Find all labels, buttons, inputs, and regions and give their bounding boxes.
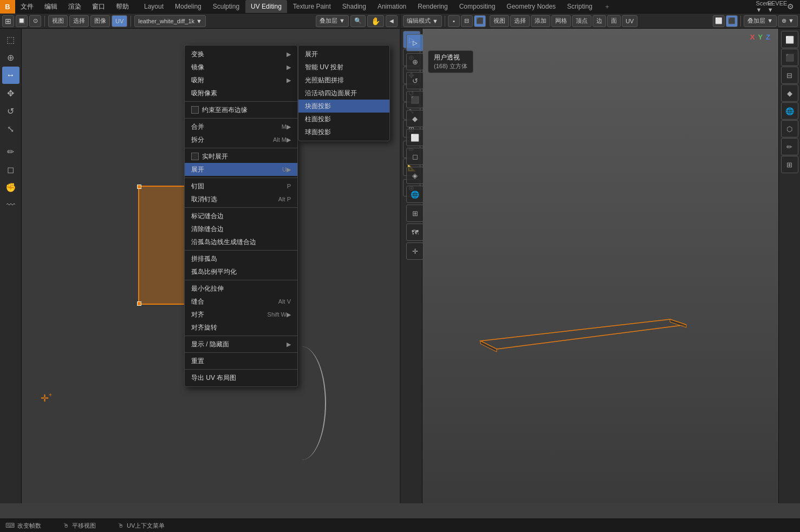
menu-merge[interactable]: 合并 M▶ [185,120,297,133]
select-menu[interactable]: 选择 [69,15,89,27]
vpr-btn6[interactable]: ⬡ [781,120,798,137]
menu-snap[interactable]: 吸附 ▶ [185,74,297,87]
vpr-btn5[interactable]: 🌐 [781,102,798,120]
vp-mode-selector[interactable]: 编辑模式 ▼ [403,15,442,27]
vp-overlay-btn[interactable]: 叠加层 ▼ [744,15,777,27]
menu-stitch[interactable]: 缝合 Alt V [185,295,297,308]
tab-uv-editing[interactable]: UV Editing [245,0,287,13]
annotate-tool[interactable]: ✏ [2,143,19,160]
tab-scripting[interactable]: Scripting [562,0,598,13]
tab-rendering[interactable]: Rendering [412,0,453,13]
uv-mode-selector[interactable]: ⊞ [2,15,14,27]
tab-compositing[interactable]: Compositing [454,0,501,13]
vp-edge-select[interactable]: ⊟ [461,15,473,27]
vp-nav-zoom-in[interactable]: ⊞ [406,205,424,222]
vp-nav-rotate[interactable]: ↺ [406,72,424,89]
menu-clear-seam[interactable]: 清除缝合边 [185,222,297,235]
vp-add-menu[interactable]: 添加 [531,15,550,27]
collapse-btn[interactable]: ◀ [386,15,398,27]
render-engine[interactable]: EEVEE ▼ [772,1,783,12]
menu-constrain[interactable]: 约束至画布边缘 [185,103,297,116]
constrain-checkbox[interactable] [191,106,199,114]
vp-nav-isometric[interactable]: ◈ [406,167,424,184]
vp-view-menu[interactable]: 视图 [490,15,509,27]
submenu-unwrap[interactable]: 展开 [298,48,389,61]
uv-proportional-btn[interactable]: ⊙ [29,15,41,27]
vp-gizmo-btn[interactable]: ⊕ ▼ [778,15,798,27]
vp-nav-center[interactable]: ⊕ [406,53,424,70]
menu-live-unwrap[interactable]: 实时展开 [185,150,297,163]
vp-nav-top[interactable]: ◻ [406,148,424,165]
texture-selector[interactable]: leather_white_diff_1k ▼ [134,15,206,27]
vp-vertex-menu[interactable]: 顶点 [572,15,591,27]
submenu-lightmap[interactable]: 光照贴图拼排 [298,74,389,87]
vp-nav-fly[interactable]: ✛ [406,242,424,260]
vpr-btn7[interactable]: ✏ [781,138,798,155]
scale-tool[interactable]: ⤡ [2,120,19,137]
vp-vertex-select[interactable]: • [448,15,460,27]
grab-tool[interactable]: ✥ [2,84,19,102]
vp-nav-zoom-out[interactable]: 🗺 [406,224,424,241]
vp-uv-menu[interactable]: UV [622,15,638,27]
vpr-btn1[interactable]: ⬜ [781,31,798,48]
menu-align-rotate[interactable]: 对齐旋转 [185,321,297,334]
menu-export-uv[interactable]: 导出 UV 布局图 [185,371,297,384]
menu-reset[interactable]: 重置 [185,354,297,367]
live-unwrap-checkbox[interactable] [191,153,199,160]
select-box-tool[interactable]: ⬚ [2,31,19,48]
sample-color-tool[interactable]: ◻ [2,161,19,178]
view-menu[interactable]: 视图 [48,15,68,27]
tab-animation[interactable]: Animation [372,0,412,13]
menu-split[interactable]: 拆分 Alt M▶ [185,133,297,146]
tab-modeling[interactable]: Modeling [170,0,207,13]
vp-wireframe-btn[interactable]: ⬜ [713,15,725,27]
vp-face-select[interactable]: ⬛ [474,15,486,27]
menu-snap-pixels[interactable]: 吸附像素 [185,87,297,100]
uv-menu[interactable]: UV [112,15,127,27]
menu-window[interactable]: 窗口 [87,0,110,13]
menu-seam-from-island[interactable]: 沿孤岛边线生成缝合边 [185,235,297,248]
vp-nav-extra[interactable]: 🌐 [406,186,424,203]
zoom-btn[interactable]: 🔍 [350,15,366,27]
submenu-cylinder[interactable]: 柱面投影 [298,113,389,126]
cursor-tool[interactable]: ⊕ [2,49,19,66]
vp-nav-persp[interactable]: ▷ [406,34,424,51]
settings-icon[interactable]: ⚙ [785,1,796,12]
tab-add[interactable]: ＋ [599,0,616,13]
vp-select-menu[interactable]: 选择 [510,15,530,27]
menu-help[interactable]: 帮助 [110,0,134,13]
vp-solid-btn[interactable]: ⬛ [726,15,738,27]
smooth-tool[interactable]: 〰 [2,196,19,214]
submenu-project-from-view[interactable]: 块面投影 [298,100,389,113]
vp-nav-side[interactable]: ⬜ [406,129,424,146]
vp-edge-menu[interactable]: 边 [593,15,606,27]
uv-snap-btn[interactable]: 🔲 [16,15,28,27]
pinch-tool[interactable]: ✊ [2,179,19,196]
menu-unpin[interactable]: 取消钉选 Alt P [185,193,297,206]
menu-align[interactable]: 对齐 Shift W▶ [185,308,297,321]
tab-layout[interactable]: Layout [139,0,169,13]
menu-file[interactable]: 文件 [15,0,39,13]
overlay-btn[interactable]: 叠加层 ▼ [316,15,349,27]
vp-face-menu[interactable]: 面 [607,15,621,27]
transform-tool[interactable]: ↔ [2,67,19,84]
submenu-smart-uv[interactable]: 智能 UV 投射 [298,61,389,74]
menu-show-hide[interactable]: 显示 / 隐藏面 ▶ [185,338,297,351]
uv-handle-tl[interactable] [137,185,141,189]
drag-btn[interactable]: ✋ [367,15,384,27]
tab-geometry-nodes[interactable]: Geometry Nodes [501,0,561,13]
menu-pin[interactable]: 钉固 P [185,180,297,193]
menu-average-island[interactable]: 孤岛比例平均化 [185,265,297,278]
vpr-btn3[interactable]: ⊟ [781,67,798,84]
tab-texture-paint[interactable]: Texture Paint [288,0,336,13]
tab-shading[interactable]: Shading [337,0,372,13]
uv-handle-bl[interactable] [137,301,141,306]
vpr-btn2[interactable]: ⬛ [781,49,798,66]
tab-sculpting[interactable]: Sculpting [207,0,245,13]
menu-pack-islands[interactable]: 拼排孤岛 [185,252,297,265]
vp-nav-scale[interactable]: ⬛ [406,91,424,108]
menu-minimize-stretch[interactable]: 最小化拉伸 [185,282,297,295]
menu-transform[interactable]: 变换 ▶ [185,48,297,61]
vpr-btn4[interactable]: ◆ [781,84,798,102]
image-menu[interactable]: 图像 [90,15,110,27]
